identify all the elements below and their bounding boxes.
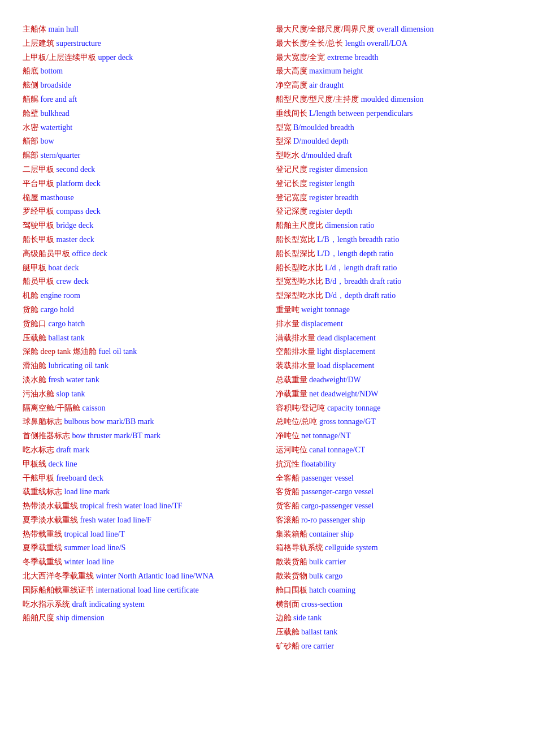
- list-item: 艇甲板 boat deck: [23, 261, 259, 275]
- list-item: 二层甲板 second deck: [23, 163, 259, 176]
- list-item: 平台甲板 platform deck: [23, 177, 259, 191]
- list-item: 甲板线 deck line: [23, 457, 259, 471]
- list-item: 深舱 deep tank 燃油舱 fuel oil tank: [23, 345, 259, 358]
- list-item: 客滚船 ro-ro passenger ship: [276, 513, 512, 527]
- list-item: 运河吨位 canal tonnage/CT: [276, 443, 512, 457]
- list-item: 热带载重线 tropical load line/T: [23, 528, 259, 541]
- list-item: 罗经甲板 compass deck: [23, 205, 259, 218]
- list-item: 干舷甲板 freeboard deck: [23, 472, 259, 485]
- list-item: 艏艉 fore and aft: [23, 93, 259, 106]
- list-item: 容积吨/登记吨 capacity tonnage: [276, 401, 512, 415]
- list-item: 船舶尺度 ship dimension: [23, 611, 259, 625]
- list-item: 上层建筑 superstructure: [23, 37, 259, 50]
- list-item: 隔离空舱/干隔舱 caisson: [23, 401, 259, 415]
- list-item: 登记长度 register length: [276, 177, 512, 191]
- list-item: 上甲板/上层连续甲板 upper deck: [23, 51, 259, 64]
- list-item: 散装货船 bulk carrier: [276, 555, 512, 569]
- list-item: 箱格导轨系统 cellguide system: [276, 541, 512, 555]
- list-item: 净空高度 air draught: [276, 79, 512, 92]
- list-item: 垂线间长 L/length between perpendiculars: [276, 107, 512, 120]
- list-item: 满载排水量 dead displacement: [276, 331, 512, 345]
- list-item: 高级船员甲板 office deck: [23, 247, 259, 261]
- list-item: 登记宽度 register breadth: [276, 191, 512, 205]
- list-item: 集装箱船 container ship: [276, 528, 512, 541]
- list-item: 型深 D/moulded depth: [276, 135, 512, 148]
- list-item: 驾驶甲板 bridge deck: [23, 219, 259, 232]
- list-item: 货舱 cargo hold: [23, 303, 259, 317]
- list-item: 水密 watertight: [23, 121, 259, 135]
- list-item: 球鼻艏标志 bulbous bow mark/BB mark: [23, 415, 259, 429]
- list-item: 总载重量 deadweight/DW: [276, 373, 512, 387]
- list-item: 载重线标志 load line mark: [23, 485, 259, 499]
- list-item: 冬季载重线 winter load line: [23, 555, 259, 569]
- left-column: 主船体 main hull上层建筑 superstructure上甲板/上层连续…: [23, 23, 259, 654]
- list-item: 型吃水 d/moulded draft: [276, 149, 512, 162]
- list-item: 桅屋 masthouse: [23, 191, 259, 205]
- list-item: 最大宽度/全宽 extreme breadth: [276, 51, 512, 64]
- list-item: 边舱 side tank: [276, 611, 512, 625]
- list-item: 舱壁 bulkhead: [23, 107, 259, 120]
- page-container: 主船体 main hull上层建筑 superstructure上甲板/上层连续…: [0, 0, 534, 676]
- list-item: 污油水舱 slop tank: [23, 387, 259, 401]
- list-item: 最大尺度/全部尺度/周界尺度 overall dimension: [276, 23, 512, 36]
- list-item: 吃水指示系统 draft indicating system: [23, 598, 259, 611]
- list-item: 艏部 bow: [23, 135, 259, 148]
- list-item: 货舱口 cargo hatch: [23, 317, 259, 331]
- list-item: 空船排水量 light displacement: [276, 345, 512, 358]
- list-item: 型宽型吃水比 B/d，breadth draft ratio: [276, 275, 512, 288]
- list-item: 排水量 displacement: [276, 317, 512, 331]
- right-column: 最大尺度/全部尺度/周界尺度 overall dimension最大长度/全长/…: [276, 23, 512, 654]
- list-item: 首侧推器标志 bow thruster mark/BT mark: [23, 429, 259, 443]
- list-item: 总吨位/总吨 gross tonnage/GT: [276, 415, 512, 429]
- list-item: 净吨位 net tonnage/NT: [276, 429, 512, 443]
- list-item: 机舱 engine room: [23, 289, 259, 303]
- list-item: 滑油舱 lubricating oil tank: [23, 359, 259, 373]
- list-item: 船长型深比 L/D，length depth ratio: [276, 247, 512, 261]
- list-item: 船舶主尺度比 dimension ratio: [276, 219, 512, 232]
- list-item: 船底 bottom: [23, 64, 259, 78]
- list-item: 压载舱 ballast tank: [23, 331, 259, 345]
- list-item: 最大高度 maximum height: [276, 64, 512, 78]
- list-item: 舱口围板 hatch coaming: [276, 584, 512, 597]
- list-item: 压载舱 ballast tank: [276, 625, 512, 639]
- list-item: 艉部 stern/quarter: [23, 149, 259, 162]
- list-item: 吃水标志 draft mark: [23, 443, 259, 457]
- list-item: 国际船舶载重线证书 international load line certif…: [23, 584, 259, 597]
- list-item: 船长型吃水比 L/d，length draft ratio: [276, 261, 512, 275]
- list-item: 型宽 B/moulded breadth: [276, 121, 512, 135]
- list-item: 船员甲板 crew deck: [23, 275, 259, 288]
- list-item: 重量吨 weight tonnage: [276, 303, 512, 317]
- list-item: 净载重量 net deadweight/NDW: [276, 387, 512, 401]
- list-item: 热带淡水载重线 tropical fresh water load line/T…: [23, 499, 259, 513]
- list-item: 横剖面 cross-section: [276, 598, 512, 611]
- list-item: 装载排水量 load displacement: [276, 359, 512, 373]
- list-item: 全客船 passenger vessel: [276, 472, 512, 485]
- list-item: 登记尺度 register dimension: [276, 163, 512, 176]
- list-item: 登记深度 register depth: [276, 205, 512, 218]
- list-item: 抗沉性 floatability: [276, 457, 512, 471]
- list-item: 淡水舱 fresh water tank: [23, 373, 259, 387]
- list-item: 船长甲板 master deck: [23, 233, 259, 247]
- list-item: 船型尺度/型尺度/主持度 moulded dimension: [276, 93, 512, 106]
- list-item: 散装货物 bulk cargo: [276, 569, 512, 583]
- list-item: 型深型吃水比 D/d，depth draft ratio: [276, 289, 512, 303]
- list-item: 最大长度/全长/总长 length overall/LOA: [276, 37, 512, 50]
- list-item: 北大西洋冬季载重线 winter North Atlantic load lin…: [23, 569, 259, 583]
- list-item: 夏季淡水载重线 fresh water load line/F: [23, 513, 259, 527]
- list-item: 夏季载重线 summer load line/S: [23, 541, 259, 555]
- list-item: 货客船 cargo-passenger vessel: [276, 499, 512, 513]
- list-item: 舷侧 broadside: [23, 79, 259, 92]
- list-item: 主船体 main hull: [23, 23, 259, 36]
- list-item: 船长型宽比 L/B，length breadth ratio: [276, 233, 512, 247]
- list-item: 矿砂船 ore carrier: [276, 640, 512, 653]
- list-item: 客货船 passenger-cargo vessel: [276, 485, 512, 499]
